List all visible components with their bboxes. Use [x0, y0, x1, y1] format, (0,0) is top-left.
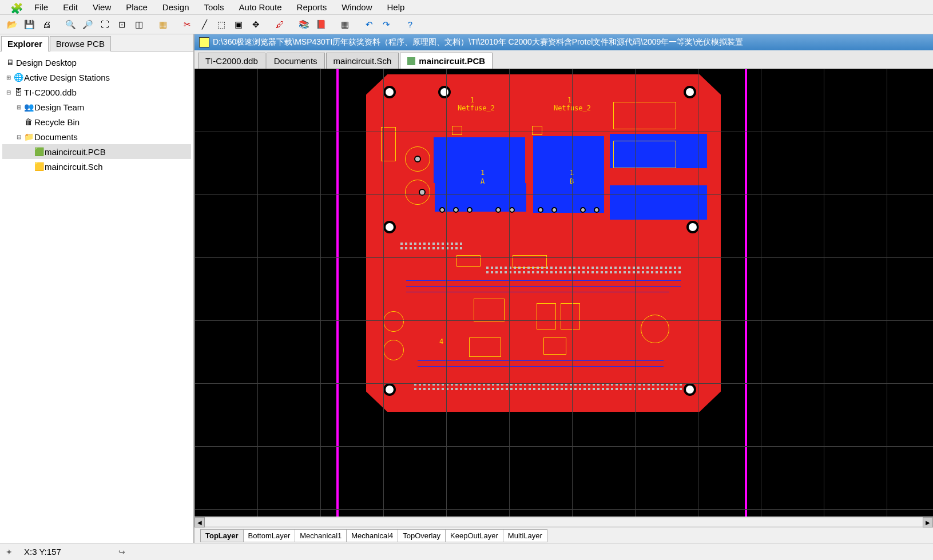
- print-icon[interactable]: 🖨: [39, 17, 54, 32]
- menu-design[interactable]: Design: [157, 1, 195, 13]
- tab-sch[interactable]: maincircuit.Sch: [326, 53, 399, 69]
- expand-icon[interactable]: ⊞: [15, 104, 23, 110]
- grid-icon[interactable]: ▦: [338, 17, 352, 32]
- zoom-out-icon[interactable]: 🔎: [80, 17, 95, 32]
- tree-maincircuit-sch[interactable]: 🟨 maincircuit.Sch: [2, 159, 191, 174]
- menu-auto-route[interactable]: Auto Route: [233, 1, 288, 13]
- tab-pcb[interactable]: maincircuit.PCB: [400, 53, 493, 69]
- menu-help[interactable]: Help: [382, 1, 411, 13]
- zoom-fit-icon[interactable]: ⊡: [114, 17, 129, 32]
- browse-icon[interactable]: ▦: [156, 17, 170, 32]
- collapse-icon[interactable]: ⊟: [15, 134, 23, 140]
- silk-outline: [537, 303, 556, 329]
- zoom-select-icon[interactable]: ◫: [132, 17, 146, 32]
- bottom-copper: [434, 137, 525, 183]
- move-icon[interactable]: ✥: [248, 17, 263, 32]
- mounting-hole: [383, 221, 396, 233]
- pcb-canvas[interactable]: 1 Netfuse_2 1 Netfuse_2 1 A 1 B 4: [194, 69, 933, 517]
- menu-view[interactable]: View: [87, 1, 117, 13]
- pad: [580, 207, 586, 213]
- network-icon: 🌐: [13, 73, 24, 82]
- status-bar: ✦ X:3 Y:157 ↪: [0, 543, 933, 560]
- mounting-hole: [383, 86, 396, 98]
- design-tree[interactable]: 🖥 Design Desktop ⊞ 🌐 Active Design Stati…: [0, 51, 193, 543]
- save-icon[interactable]: 💾: [22, 17, 37, 32]
- open-icon[interactable]: 📂: [5, 17, 19, 32]
- silk-outline: [532, 126, 542, 135]
- tree-recycle-bin[interactable]: 🗑 Recycle Bin: [2, 114, 191, 129]
- zoom-area-icon[interactable]: ⛶: [97, 17, 112, 32]
- menu-place[interactable]: Place: [120, 1, 153, 13]
- cursor-pos-icon: ✦: [6, 547, 13, 557]
- header-row: [486, 271, 681, 273]
- component-icon[interactable]: 📕: [313, 17, 328, 32]
- select-inside-icon[interactable]: ▣: [231, 17, 246, 32]
- silk-text: Netfuse_2: [458, 104, 495, 112]
- expand-icon[interactable]: ⊞: [5, 74, 13, 81]
- header-row: [400, 243, 463, 245]
- silk-circle: [383, 311, 404, 332]
- tab-documents[interactable]: Documents: [267, 53, 325, 69]
- library-icon[interactable]: 📚: [296, 17, 311, 32]
- layer-tab-top[interactable]: TopLayer: [200, 529, 244, 542]
- pad: [538, 207, 543, 213]
- horizontal-scrollbar[interactable]: ◀ ▶: [194, 517, 933, 528]
- tab-explorer[interactable]: Explorer: [1, 36, 49, 51]
- select-area-icon[interactable]: ⬚: [214, 17, 229, 32]
- keepout-line: [745, 69, 747, 517]
- cut-track-icon[interactable]: ✂: [180, 17, 194, 32]
- tab-browse-pcb[interactable]: Browse PCB: [50, 36, 111, 51]
- tree-maincircuit-pcb[interactable]: 🟩 maincircuit.PCB: [2, 144, 191, 159]
- layer-tab-multi[interactable]: MultiLayer: [503, 529, 547, 542]
- scroll-left-icon[interactable]: ◀: [194, 517, 205, 527]
- menu-tools[interactable]: Tools: [198, 1, 230, 13]
- tree-ddb-file[interactable]: ⊟ 🗄 TI-C2000.ddb: [2, 85, 191, 100]
- document-title-bar: D:\360极速浏览器下载\MSP430TI历年获奖资料（程序、原理图、文档）\…: [194, 34, 933, 50]
- main-toolbar: 📂 💾 🖨 🔍 🔎 ⛶ ⊡ ◫ ▦ ✂ ╱ ⬚ ▣ ✥ 🖊 📚 📕 ▦ ↶ ↷ …: [0, 15, 933, 34]
- menu-window[interactable]: Window: [336, 1, 378, 13]
- pcb-file-icon: 🟩: [33, 147, 45, 156]
- layer-tab-bottom[interactable]: BottomLayer: [243, 529, 296, 542]
- scroll-track[interactable]: [205, 518, 923, 526]
- tab-ddb[interactable]: TI-C2000.ddb: [198, 53, 265, 69]
- silk-text: A: [481, 177, 485, 185]
- bottom-copper: [533, 136, 604, 184]
- status-arrow-icon: ↪: [118, 547, 125, 557]
- help-icon[interactable]: ?: [403, 17, 418, 32]
- menu-reports[interactable]: Reports: [291, 1, 333, 13]
- scroll-right-icon[interactable]: ▶: [923, 517, 933, 527]
- redo-icon[interactable]: ↷: [379, 17, 394, 32]
- folder-icon: 📁: [23, 132, 34, 141]
- layer-tab-keepout[interactable]: KeepOutLayer: [445, 529, 503, 542]
- menu-file[interactable]: File: [29, 1, 54, 13]
- header-row: [486, 267, 681, 269]
- silk-outline: [543, 337, 566, 355]
- doc-window-icon: [199, 37, 209, 47]
- mounting-hole: [684, 383, 696, 396]
- silk-text: 1: [567, 96, 571, 104]
- layer-tab-mech1[interactable]: Mechanical1: [295, 529, 347, 542]
- pad: [594, 207, 599, 213]
- pad: [509, 207, 515, 213]
- tab-label: maincircuit.PCB: [419, 56, 485, 66]
- collapse-icon[interactable]: ⊟: [5, 89, 13, 96]
- undo-icon[interactable]: ↶: [362, 17, 376, 32]
- silk-outline: [613, 102, 676, 129]
- tree-design-desktop[interactable]: 🖥 Design Desktop: [2, 55, 191, 70]
- zoom-in-icon[interactable]: 🔍: [63, 17, 78, 32]
- cursor-position: X:3 Y:157: [24, 547, 61, 557]
- knife-icon[interactable]: ╱: [197, 17, 212, 32]
- pad: [467, 207, 473, 213]
- menu-edit[interactable]: Edit: [57, 1, 84, 13]
- tree-documents[interactable]: ⊟ 📁 Documents: [2, 129, 191, 144]
- silk-text: 1: [481, 169, 485, 177]
- tree-label: maincircuit.PCB: [45, 147, 106, 157]
- pad: [495, 207, 501, 213]
- layer-tab-mech4[interactable]: Mechanical4: [346, 529, 398, 542]
- layer-tab-overlay[interactable]: TopOverlay: [398, 529, 446, 542]
- header-row: [400, 247, 463, 249]
- highlight-icon[interactable]: 🖊: [272, 17, 287, 32]
- tree-label: Design Team: [34, 102, 84, 112]
- tree-design-team[interactable]: ⊞ 👥 Design Team: [2, 100, 191, 114]
- tree-active-stations[interactable]: ⊞ 🌐 Active Design Stations: [2, 70, 191, 85]
